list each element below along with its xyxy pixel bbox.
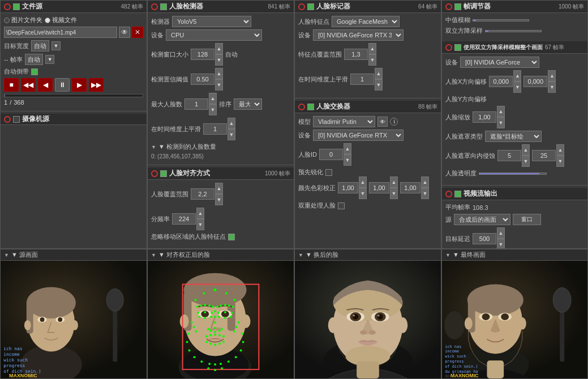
bicubic-device-select[interactable]: [0] NVIDIA GeForce — [460, 57, 539, 68]
face-marker-enable-checkbox[interactable] — [307, 3, 314, 10]
face-marker-power-icon[interactable] — [298, 3, 305, 10]
scale-up[interactable]: ▲ — [497, 106, 505, 117]
range-input[interactable] — [344, 49, 368, 60]
ignore-moving-checkbox[interactable] — [228, 234, 235, 240]
range-up[interactable]: ▲ — [368, 43, 376, 54]
model-info-btn[interactable]: ℹ — [390, 118, 398, 126]
model-select[interactable]: Vladimir Putin — [313, 116, 375, 127]
x-shift-up2[interactable]: ▲ — [548, 70, 556, 81]
erosion-input[interactable] — [497, 150, 521, 161]
swapper-device-select[interactable]: [0] NVIDIA GeForce RTX — [313, 130, 404, 141]
detector-device-select[interactable]: CPU — [166, 29, 262, 41]
face-detector-enable-checkbox[interactable] — [160, 3, 167, 10]
radio-image-folder[interactable]: 图片文件夹 — [4, 16, 42, 24]
blur-up[interactable]: ▲ — [556, 144, 564, 156]
window-size-up[interactable]: ▲ — [215, 43, 223, 54]
step-back-btn[interactable]: ◀ — [38, 78, 53, 92]
face-detector-power-icon[interactable] — [151, 3, 158, 10]
threshold-up[interactable]: ▲ — [215, 68, 223, 79]
subsample-input[interactable] — [172, 213, 196, 225]
target-width-down[interactable]: ▼ — [51, 41, 61, 50]
x-shift-input[interactable] — [489, 76, 513, 87]
subsample-dn[interactable]: ▼ — [196, 219, 204, 230]
color-g-up[interactable]: ▲ — [390, 176, 398, 188]
file-path-input[interactable] — [4, 27, 117, 38]
detector-select[interactable]: YoloV5 — [172, 16, 251, 27]
marker-smooth-input[interactable] — [350, 74, 374, 85]
erosion-dn[interactable]: ▼ — [522, 156, 530, 167]
color-r-dn[interactable]: ▼ — [359, 188, 367, 199]
auto-feed-checkbox[interactable] — [31, 68, 38, 75]
max-faces-input[interactable] — [184, 98, 208, 110]
coverage-input[interactable] — [191, 188, 214, 200]
face-id-up[interactable]: ▲ — [344, 143, 351, 154]
dual-process-checkbox[interactable] — [338, 203, 345, 209]
model-eye-btn[interactable]: 👁 — [377, 117, 388, 127]
delay-up[interactable]: ▲ — [497, 227, 505, 239]
delay-dn[interactable]: ▼ — [497, 239, 505, 249]
marker-smooth-dn[interactable]: ▼ — [375, 79, 383, 91]
pre-sharpen-checkbox[interactable] — [325, 169, 332, 176]
stream-source-select[interactable]: 合成后的画面 — [454, 214, 510, 225]
smooth-dn[interactable]: ▼ — [228, 129, 235, 140]
coverage-up[interactable]: ▲ — [215, 183, 223, 194]
delay-input[interactable] — [473, 233, 496, 244]
progress-bar[interactable] — [4, 94, 143, 97]
morph-select[interactable]: 遮脸*目标绘 — [485, 131, 542, 142]
blur-input[interactable] — [532, 150, 556, 161]
camera-enable-checkbox[interactable] — [13, 116, 20, 123]
ffwd-btn[interactable]: ▶▶ — [89, 78, 104, 92]
fps-down[interactable]: ▼ — [45, 55, 54, 64]
range-dn[interactable]: ▼ — [368, 54, 376, 66]
coverage-dn[interactable]: ▼ — [215, 194, 223, 205]
x-shift-up[interactable]: ▲ — [513, 70, 521, 81]
stream-enable-checkbox[interactable] — [454, 191, 461, 197]
color-b-up[interactable]: ▲ — [421, 176, 429, 188]
smooth-up[interactable]: ▲ — [228, 118, 235, 129]
max-faces-up[interactable]: ▲ — [209, 93, 217, 104]
scale-dn[interactable]: ▼ — [497, 117, 505, 128]
erosion-up[interactable]: ▲ — [522, 144, 530, 156]
rewind-btn[interactable]: ◀◀ — [21, 78, 36, 92]
color-b-input[interactable] — [400, 182, 420, 193]
threshold-dn[interactable]: ▼ — [215, 79, 223, 91]
x-shift-dn2[interactable]: ▼ — [548, 81, 556, 93]
frame-adjuster-enable-checkbox[interactable] — [454, 3, 461, 10]
detection-count-section[interactable]: ▼ ▼ 检测到的人脸数量 — [151, 143, 290, 151]
face-swapper-power-icon[interactable] — [298, 104, 305, 110]
face-id-input[interactable] — [319, 149, 343, 160]
color-g-dn[interactable]: ▼ — [390, 188, 398, 199]
face-align-power-icon[interactable] — [151, 170, 158, 177]
subsample-up[interactable]: ▲ — [196, 208, 204, 219]
window-btn[interactable]: 窗口 — [513, 214, 541, 225]
window-size-dn[interactable]: ▼ — [215, 54, 223, 66]
file-source-power-icon[interactable] — [4, 3, 11, 10]
face-swapper-enable-checkbox[interactable] — [307, 104, 314, 110]
stream-power-icon[interactable] — [445, 191, 452, 197]
dual-sample-slider[interactable] — [485, 30, 542, 32]
blur-dn[interactable]: ▼ — [556, 156, 564, 167]
step-fwd-btn[interactable]: ▶ — [72, 78, 87, 92]
camera-power-icon[interactable] — [4, 116, 11, 123]
color-r-input[interactable] — [338, 182, 358, 193]
x-shift-input2[interactable] — [523, 76, 547, 87]
eye-icon-btn[interactable]: 👁 — [119, 27, 130, 38]
threshold-input[interactable] — [191, 74, 214, 85]
sort-select[interactable]: 最大 — [234, 98, 262, 110]
face-marker-device-select[interactable]: [0] NVIDIA GeForce RTX 3 — [313, 29, 404, 41]
median-blur-slider[interactable] — [473, 19, 529, 21]
smooth-input[interactable] — [203, 123, 227, 135]
color-b-dn[interactable]: ▼ — [421, 188, 429, 199]
close-file-btn[interactable]: ✕ — [132, 27, 143, 38]
bicubic-enable-checkbox[interactable] — [454, 44, 461, 51]
file-source-enable-checkbox[interactable] — [13, 3, 20, 10]
opacity-slider[interactable] — [479, 173, 547, 175]
window-size-input[interactable] — [191, 49, 214, 60]
color-g-input[interactable] — [369, 182, 389, 193]
radio-video-file[interactable]: 视频文件 — [45, 16, 77, 24]
bicubic-power-icon[interactable] — [445, 44, 452, 51]
stop-btn[interactable]: ■ — [4, 78, 19, 92]
x-shift-dn[interactable]: ▼ — [513, 81, 521, 93]
marker-smooth-up[interactable]: ▲ — [375, 68, 383, 79]
pause-btn[interactable]: ⏸ — [55, 78, 70, 92]
